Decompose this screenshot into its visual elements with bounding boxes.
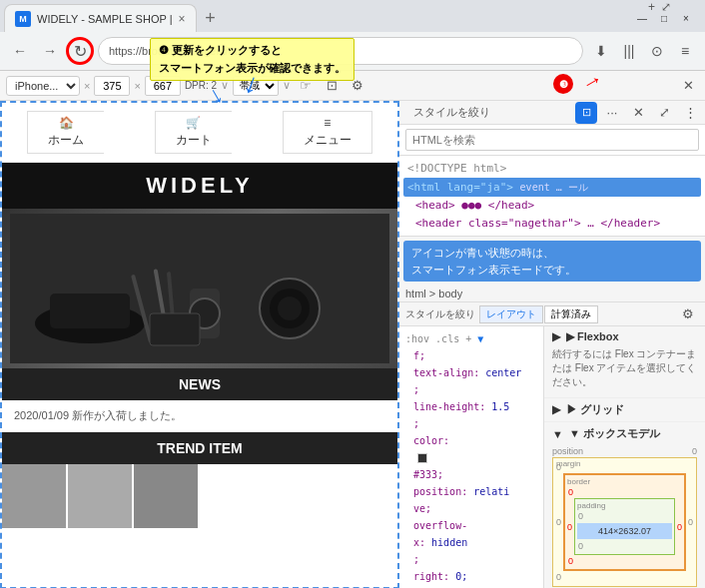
styles-toolbar: スタイルを絞り レイアウト 計算済み ⚙ [399, 302, 705, 326]
html-tree: <!DOCTYPE html> <html lang="ja"> event …… [399, 156, 705, 237]
css-line-7: #333; [413, 466, 537, 483]
nav-home[interactable]: 🏠 ホーム [27, 111, 104, 154]
nav-home-label: ホーム [48, 132, 84, 149]
css-props: f; text-align: center ; line-height: 1.5… [405, 347, 537, 588]
dom-breadcrumb: html > body [399, 286, 705, 302]
pseudo-row: :hov .cls + ▼ [405, 330, 537, 347]
css-line-11: x: hidden [413, 534, 537, 551]
trend-img-3 [134, 464, 198, 528]
html-head-tag[interactable]: <head> ●●● </head> [403, 197, 701, 215]
margin-bottom-val: 0 [556, 572, 561, 582]
reload-annotation-circle [66, 37, 94, 65]
border-right-badge: 0 [677, 522, 682, 532]
svg-rect-2 [50, 294, 130, 328]
height-input[interactable] [145, 76, 181, 96]
grid-title[interactable]: ▶ ▶ グリッド [552, 402, 697, 417]
address-text: https://broadly.jp/nagent/hq/ [109, 45, 572, 57]
main-area: 🏠 ホーム 🛒 カート ≡ メニュー WIDELY [0, 101, 705, 588]
position-row: position 0 [552, 445, 697, 457]
devtools-expand-btn[interactable]: ⤢ [653, 102, 675, 124]
close-responsive-btn[interactable]: ✕ [677, 75, 699, 97]
devtools-more-btn[interactable]: ··· [601, 102, 623, 124]
download-icon[interactable]: ⬇ [589, 39, 613, 63]
settings-icon[interactable]: ⚙ [347, 75, 368, 97]
touch-icon[interactable]: ☞ [295, 75, 317, 97]
trend-images [2, 464, 397, 528]
nav-cart[interactable]: 🛒 カート [155, 111, 232, 154]
content-box: 414×2632.07 [577, 523, 672, 539]
address-bar[interactable]: https://broadly.jp/nagent/hq/ [98, 37, 583, 65]
border-bottom-row: 0 [567, 555, 682, 567]
annotation-3-callout: アイコンが青い状態の時は、 スマートフォン表示モードです。 [403, 241, 701, 282]
flexbox-toggle-icon: ▶ [552, 330, 560, 343]
border-bottom-badge: 0 [568, 556, 573, 566]
devtools-responsive-bar: iPhone... × × DPR: 2 ∨ 帯域 ∨ ☞ ⊡ ⚙ ✕ [0, 71, 705, 101]
back-button[interactable]: ← [8, 39, 32, 63]
css-line-4: line-height: 1.5 [413, 398, 537, 415]
svg-rect-11 [150, 313, 200, 345]
nav-cart-label: カート [176, 132, 212, 149]
border-top-row: 0 [567, 486, 682, 498]
site-logo: WIDELY [2, 163, 397, 209]
css-color-swatch[interactable] [417, 453, 427, 463]
margin-sides: 0 border 0 0 [556, 473, 693, 571]
news-section: NEWS 2020/01/09 新作が入荷しました。 [2, 368, 397, 432]
news-section-title: NEWS [2, 368, 397, 400]
styles-settings-btn[interactable]: ⚙ [677, 303, 699, 325]
html-search-input[interactable] [405, 129, 699, 151]
grid-toggle-icon: ▶ [552, 403, 560, 416]
tab-close-btn[interactable]: × [179, 12, 186, 26]
styles-tab-layout[interactable]: レイアウト [479, 305, 543, 323]
svg-point-7 [278, 296, 302, 320]
padding-bottom-val: 0 [578, 541, 583, 551]
devtools-panel: スタイルを絞り ⊡ ··· ✕ ⤢ ⋮ + [399, 101, 705, 588]
devtools-options-btn[interactable]: ⋮ [679, 102, 701, 124]
html-html-tag[interactable]: <html lang="ja"> event … ール [403, 178, 701, 198]
margin-box: margin 0 0 border [552, 457, 697, 587]
reload-button[interactable]: ↻ [68, 39, 92, 63]
dpr-separator: ∨ [221, 79, 229, 92]
border-label: border [567, 477, 682, 486]
hero-image-svg [10, 214, 389, 363]
new-tab-button[interactable]: + [197, 4, 225, 32]
boxmodel-section: ▼ ▼ ボックスモデル position 0 [544, 421, 705, 588]
trend-section-title: TREND ITEM [2, 432, 397, 464]
dt-tab-inspector[interactable]: スタイルを絞り [403, 101, 500, 124]
boxmodel-label: ▼ ボックスモデル [569, 426, 660, 441]
mobile-preview[interactable]: 🏠 ホーム 🛒 カート ≡ メニュー WIDELY [0, 101, 399, 588]
nav-menu[interactable]: ≡ メニュー [283, 111, 372, 154]
boxmodel-diagram: position 0 margin 0 [552, 445, 697, 587]
trend-img-2 [68, 464, 132, 528]
active-tab[interactable]: M WIDELY - SAMPLE SHOP | × [4, 4, 197, 32]
boxmodel-title[interactable]: ▼ ▼ ボックスモデル [552, 426, 697, 441]
css-line-8: position: relati [413, 483, 537, 500]
width-input[interactable] [94, 76, 130, 96]
styles-tab-computed[interactable]: 計算済み [544, 305, 598, 323]
device-selector[interactable]: iPhone... [6, 76, 80, 96]
window-close-button[interactable]: × [679, 11, 693, 25]
highlight-page-icon[interactable]: ⊡ [575, 102, 597, 124]
margin-label: margin [556, 459, 580, 468]
throttle-selector[interactable]: 帯域 [233, 76, 279, 96]
bookmarks-icon[interactable]: ||| [617, 39, 641, 63]
padding-top-val: 0 [578, 511, 583, 521]
border-left-badge: 0 [567, 522, 572, 532]
position-val: 0 [692, 446, 697, 456]
html-header-tag[interactable]: <header class="nagethar"> … </header> [403, 215, 701, 233]
styles-tab-group: レイアウト 計算済み [479, 305, 598, 323]
flexbox-section: ▶ ▶ Flexbox 続行するには Flex コンテナーまたは Flex アイ… [544, 326, 705, 397]
grid-label: ▶ グリッド [566, 402, 624, 417]
forward-button[interactable]: → [38, 39, 62, 63]
devtools-close-btn[interactable]: ✕ [627, 102, 649, 124]
minimize-button[interactable]: — [635, 11, 649, 25]
profile-icon[interactable]: ⊙ [645, 39, 669, 63]
padding-bottom-row: 0 [577, 540, 672, 552]
tab-inspector-label: スタイルを絞り [413, 106, 490, 118]
camera-icon[interactable]: ⊡ [321, 75, 343, 97]
flexbox-title[interactable]: ▶ ▶ Flexbox [552, 330, 697, 343]
navigation-bar: ← → ↻ https://broadly.jp/nagent/hq/ ⬇ ||… [0, 32, 705, 70]
styles-content: :hov .cls + ▼ f; text-align: center ; li… [399, 326, 705, 588]
padding-label: padding [577, 501, 672, 510]
menu-icon[interactable]: ≡ [673, 39, 697, 63]
css-line-2: text-align: center [413, 364, 537, 381]
